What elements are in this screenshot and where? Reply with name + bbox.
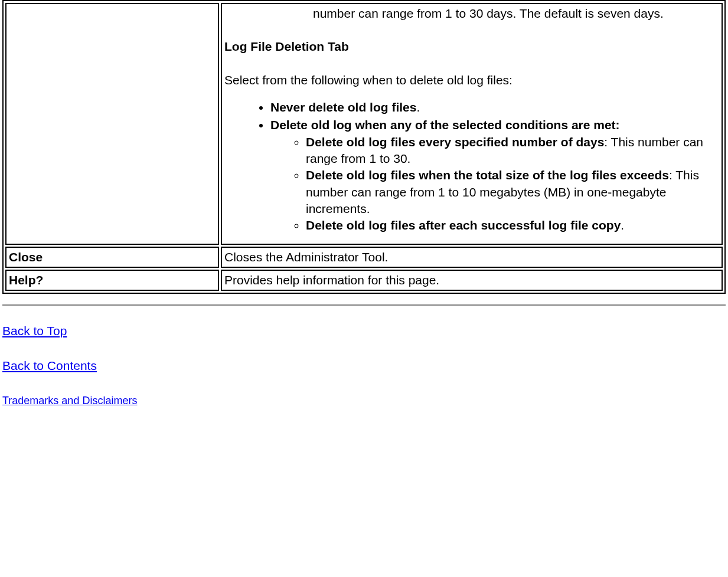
- table-row: number can range from 1 to 30 days. The …: [5, 3, 723, 245]
- help-label-cell: Help?: [5, 270, 219, 291]
- trademarks-link[interactable]: Trademarks and Disclaimers: [2, 394, 137, 408]
- help-desc-cell: Provides help information for this page.: [221, 270, 723, 291]
- never-delete-label: Never delete old log files: [270, 100, 416, 114]
- table-row: Close Closes the Administrator Tool.: [5, 247, 723, 268]
- deletion-options-list: Never delete old log files. Delete old l…: [224, 99, 719, 234]
- list-item: Delete old log when any of the selected …: [270, 117, 719, 234]
- close-label-cell: Close: [5, 247, 219, 268]
- list-item: Never delete old log files.: [270, 99, 719, 116]
- list-item: Delete old log files when the total size…: [306, 167, 719, 217]
- options-table: number can range from 1 to 30 days. The …: [2, 0, 726, 294]
- option-desc-cell: number can range from 1 to 30 days. The …: [221, 3, 723, 245]
- table-row: Help? Provides help information for this…: [5, 270, 723, 291]
- conditions-sublist: Delete old log files every specified num…: [270, 134, 719, 234]
- option-name-cell: [5, 3, 219, 245]
- fragment-text: number can range from 1 to 30 days. The …: [224, 5, 719, 22]
- list-item: Delete old log files after each successf…: [306, 217, 719, 234]
- delete-when-size-label: Delete old log files when the total size…: [306, 168, 669, 182]
- divider: [2, 304, 726, 306]
- delete-every-days-label: Delete old log files every specified num…: [306, 135, 604, 149]
- log-file-deletion-heading: Log File Deletion Tab: [224, 38, 719, 55]
- delete-after-copy-label: Delete old log files after each successf…: [306, 218, 621, 232]
- back-to-top-link[interactable]: Back to Top: [2, 323, 67, 339]
- close-desc-cell: Closes the Administrator Tool.: [221, 247, 723, 268]
- intro-text: Select from the following when to delete…: [224, 72, 719, 88]
- back-to-contents-link[interactable]: Back to Contents: [2, 358, 97, 374]
- delete-when-conditions-label: Delete old log when any of the selected …: [270, 118, 620, 132]
- list-item: Delete old log files every specified num…: [306, 134, 719, 168]
